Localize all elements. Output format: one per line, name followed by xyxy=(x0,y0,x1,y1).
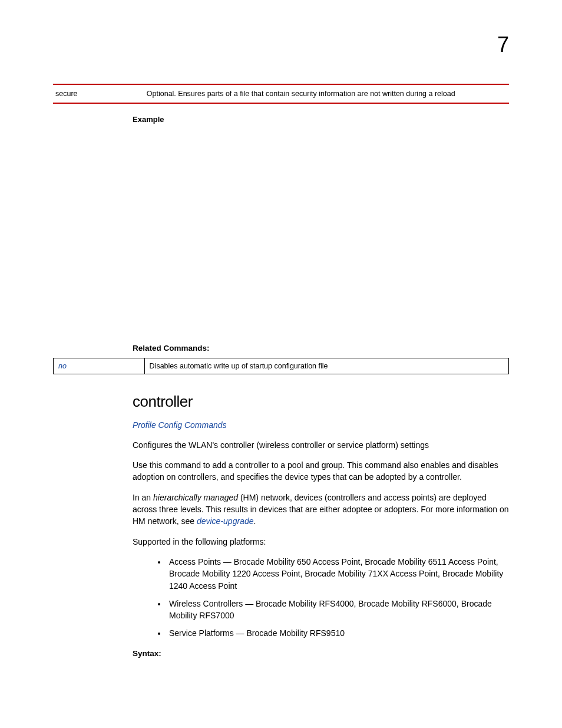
device-upgrade-link[interactable]: device-upgrade xyxy=(197,516,254,526)
intro-paragraph-1: Configures the WLAN's controller (wirele… xyxy=(133,439,509,451)
content-column: Example Related Commands: xyxy=(133,114,509,354)
parameter-table: secure Optional. Ensures parts of a file… xyxy=(53,84,509,104)
related-command-link[interactable]: no xyxy=(54,358,145,374)
list-item: Access Points — Brocade Mobility 650 Acc… xyxy=(167,556,509,592)
parameter-name: secure xyxy=(53,84,144,103)
related-commands-table: no Disables automatic write up of startu… xyxy=(53,358,509,374)
platform-list: Access Points — Brocade Mobility 650 Acc… xyxy=(133,556,509,640)
intro-paragraph-3: In an hierarchically managed (HM) networ… xyxy=(133,492,509,528)
example-heading: Example xyxy=(133,114,509,126)
syntax-heading: Syntax: xyxy=(133,648,509,660)
page-container: 7 secure Optional. Ensures parts of a fi… xyxy=(0,0,562,728)
list-item: Wireless Controllers — Brocade Mobility … xyxy=(167,598,509,622)
list-item: Service Platforms — Brocade Mobility RFS… xyxy=(167,627,509,639)
example-empty-area xyxy=(133,130,509,342)
supported-platforms-label: Supported in the following platforms: xyxy=(133,536,509,548)
section-heading: controller xyxy=(133,391,509,413)
hm-term: hierarchically managed xyxy=(153,493,238,502)
related-commands-heading: Related Commands: xyxy=(133,342,509,354)
related-command-row: no Disables automatic write up of startu… xyxy=(54,358,509,374)
parameter-row: secure Optional. Ensures parts of a file… xyxy=(53,84,509,103)
parameter-description: Optional. Ensures parts of a file that c… xyxy=(144,84,509,103)
chapter-number: 7 xyxy=(53,29,509,60)
breadcrumb-link[interactable]: Profile Config Commands xyxy=(133,419,509,431)
intro-paragraph-2: Use this command to add a controller to … xyxy=(133,459,509,483)
controller-section: controller Profile Config Commands Confi… xyxy=(133,391,509,659)
related-command-description: Disables automatic write up of startup c… xyxy=(144,358,508,374)
